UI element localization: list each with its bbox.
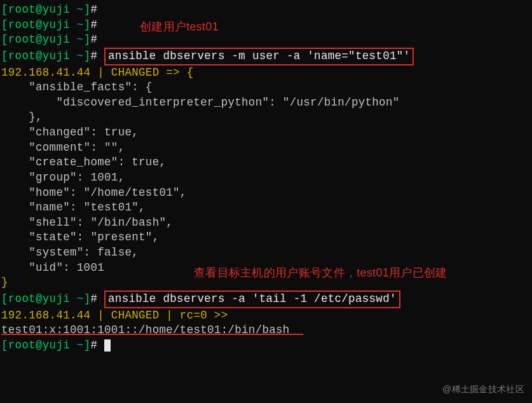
output-line: "shell": "/bin/bash",: [1, 215, 531, 231]
cursor-icon: [104, 339, 111, 352]
watermark: @稀土掘金技术社区: [442, 383, 524, 395]
highlighted-command-2: ansible dbservers -a 'tail -1 /etc/passw…: [104, 290, 400, 308]
output-line: "ansible_facts": {: [1, 80, 531, 95]
annotation-check-passwd: 查看目标主机的用户账号文件，test01用户已创建: [194, 265, 447, 280]
output-line: "discovered_interpreter_python": "/usr/b…: [1, 95, 531, 111]
output-line: "home": "/home/test01",: [1, 186, 531, 201]
prompt-line: [root@yuji ~]#: [1, 32, 531, 48]
output-passwd-line: test01:x:1001:1001::/home/test01:/bin/ba…: [1, 323, 531, 338]
output-line: "name": "test01",: [1, 200, 531, 215]
output-line: "group": 1001,: [1, 170, 531, 186]
prompt-line-cursor[interactable]: [root@yuji ~]#: [1, 338, 531, 353]
highlighted-command-1: ansible dbservers -m user -a 'name="test…: [104, 48, 414, 65]
prompt-line: [root@yuji ~]#: [1, 3, 531, 18]
command-line-1[interactable]: [root@yuji ~]# ansible dbservers -m user…: [1, 48, 531, 65]
annotation-create-user: 创建用户test01: [140, 19, 219, 34]
output-line: "system": false,: [1, 245, 531, 261]
output-host: 192.168.41.44 | CHANGED => {: [1, 65, 531, 81]
output-line: "comment": "",: [1, 140, 531, 156]
prompt-line: [root@yuji ~]#: [1, 18, 531, 33]
output-line: "state": "present",: [1, 230, 531, 245]
output-line: "create_home": true,: [1, 155, 531, 170]
output-line: "changed": true,: [1, 125, 531, 140]
output-host-2: 192.168.41.44 | CHANGED | rc=0 >>: [1, 308, 531, 324]
output-line: },: [1, 110, 531, 125]
command-line-2[interactable]: [root@yuji ~]# ansible dbservers -a 'tai…: [1, 290, 531, 308]
